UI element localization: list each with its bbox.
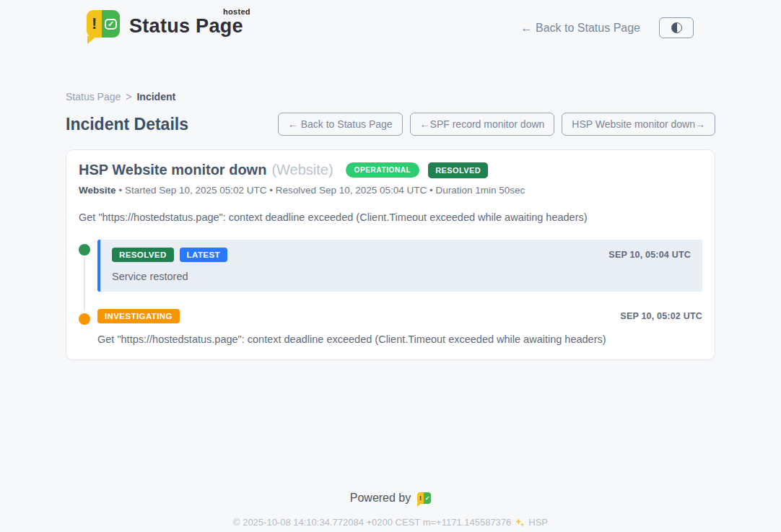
timeline-entry-header: INVESTIGATING SEP 10, 05:02 UTC bbox=[97, 309, 702, 323]
copyright-line: © 2025-10-08 14:10:34.772084 +0200 CEST … bbox=[66, 517, 715, 528]
powered-by-logo-icon[interactable]: ! ✓ bbox=[417, 492, 431, 504]
breadcrumb-status-page[interactable]: Status Page bbox=[66, 91, 121, 103]
timeline-item-investigating: INVESTIGATING SEP 10, 05:02 UTC Get "htt… bbox=[79, 309, 702, 345]
incident-meta-details: • Started Sep 10, 2025 05:02 UTC • Resol… bbox=[119, 185, 525, 196]
theme-toggle-button[interactable] bbox=[659, 17, 694, 38]
resolved-status-badge: RESOLVED bbox=[428, 162, 488, 178]
header: ! ✓ Status Page hosted ← Back to Status … bbox=[0, 0, 781, 55]
timeline-dot-green bbox=[79, 244, 90, 256]
checkmark-icon: ✓ bbox=[102, 10, 120, 38]
brand-name: Status Page hosted bbox=[129, 15, 243, 38]
next-incident-button[interactable]: HSP Website monitor down→ bbox=[562, 113, 715, 136]
half-circle-icon bbox=[671, 22, 682, 33]
incident-meta: Website• Started Sep 10, 2025 05:02 UTC … bbox=[79, 185, 702, 196]
header-actions: ← Back to Status Page bbox=[521, 17, 694, 38]
incident-service: (Website) bbox=[271, 162, 333, 178]
back-to-status-page-link[interactable]: ← Back to Status Page bbox=[521, 22, 640, 35]
timeline-dot-orange bbox=[79, 313, 90, 325]
resolved-badge: RESOLVED bbox=[112, 248, 174, 262]
timeline-badges: RESOLVED LATEST bbox=[112, 248, 227, 262]
timeline-timestamp: SEP 10, 05:02 UTC bbox=[620, 311, 702, 321]
previous-incident-button[interactable]: ←SPF record monitor down bbox=[410, 113, 555, 136]
copyright-text: © 2025-10-08 14:10:34.772084 +0200 CEST … bbox=[233, 517, 511, 528]
checkmark-icon: ✓ bbox=[424, 492, 431, 504]
investigating-badge: INVESTIGATING bbox=[97, 309, 180, 323]
timeline-item-resolved: RESOLVED LATEST SEP 10, 05:04 UTC Servic… bbox=[79, 240, 702, 292]
operational-status-badge: OPERATIONAL bbox=[346, 162, 420, 178]
brand-superscript: hosted bbox=[223, 7, 250, 16]
timeline-timestamp: SEP 10, 05:04 UTC bbox=[608, 250, 691, 260]
latest-badge: LATEST bbox=[180, 248, 227, 262]
incident-card: HSP Website monitor down (Website) OPERA… bbox=[66, 149, 715, 360]
main-content: Status Page>Incident Incident Details ← … bbox=[66, 91, 715, 528]
brand-logo[interactable]: ! ✓ Status Page hosted bbox=[87, 10, 243, 38]
incident-timeline: RESOLVED LATEST SEP 10, 05:04 UTC Servic… bbox=[79, 240, 702, 345]
breadcrumb-incident: Incident bbox=[136, 91, 175, 103]
speech-bubble-tail bbox=[417, 503, 422, 507]
breadcrumb-separator: > bbox=[126, 91, 131, 103]
timeline-entry: INVESTIGATING SEP 10, 05:02 UTC Get "htt… bbox=[97, 309, 702, 345]
timeline-badges: INVESTIGATING bbox=[97, 309, 180, 323]
back-to-status-page-button[interactable]: ← Back to Status Page bbox=[278, 113, 403, 136]
exclamation-icon: ! bbox=[417, 492, 424, 504]
incident-meta-service: Website bbox=[79, 185, 116, 196]
brand-logo-icon: ! ✓ bbox=[87, 10, 120, 38]
breadcrumb: Status Page>Incident bbox=[66, 91, 715, 103]
incident-title: HSP Website monitor down bbox=[79, 162, 266, 178]
copyright-brand: HSP bbox=[528, 517, 548, 528]
speech-bubble-tail bbox=[87, 36, 97, 44]
incident-nav-buttons: ← Back to Status Page ←SPF record monito… bbox=[278, 113, 715, 136]
sparkles-icon bbox=[515, 518, 525, 528]
incident-description: Get "https://hostedstatus.page": context… bbox=[79, 212, 702, 223]
title-row: Incident Details ← Back to Status Page ←… bbox=[66, 113, 715, 136]
page-title: Incident Details bbox=[66, 115, 188, 134]
timeline-message: Get "https://hostedstatus.page": context… bbox=[97, 333, 702, 345]
timeline-entry-header: RESOLVED LATEST SEP 10, 05:04 UTC bbox=[112, 248, 691, 262]
timeline-entry-highlighted: RESOLVED LATEST SEP 10, 05:04 UTC Servic… bbox=[97, 240, 702, 292]
timeline-message: Service restored bbox=[112, 271, 691, 282]
powered-by: Powered by ! ✓ bbox=[66, 492, 715, 505]
incident-title-row: HSP Website monitor down (Website) OPERA… bbox=[79, 162, 702, 178]
exclamation-icon: ! bbox=[87, 10, 102, 38]
footer: Powered by ! ✓ © 2025-10-08 14:10:34.772… bbox=[66, 492, 715, 528]
powered-by-label: Powered by bbox=[350, 492, 411, 505]
